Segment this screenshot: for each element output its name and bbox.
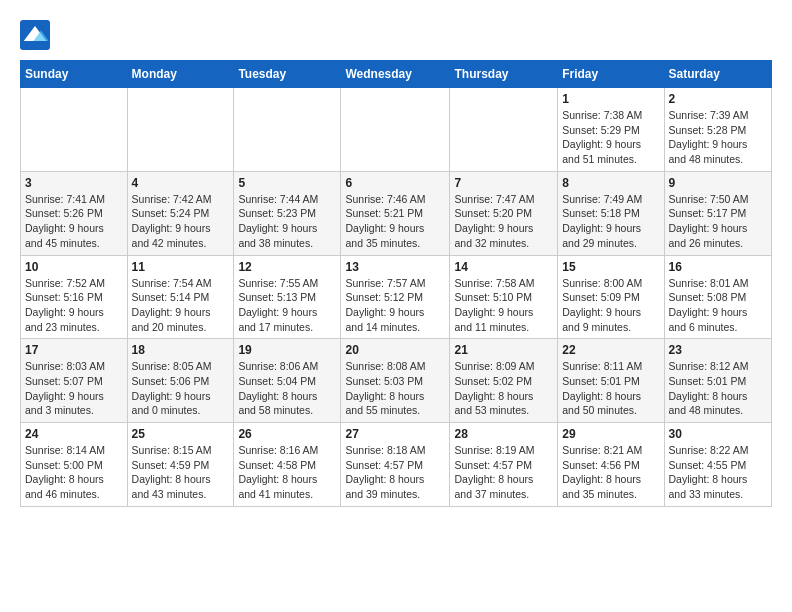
- calendar-cell: 14Sunrise: 7:58 AM Sunset: 5:10 PM Dayli…: [450, 255, 558, 339]
- calendar-cell: 2Sunrise: 7:39 AM Sunset: 5:28 PM Daylig…: [664, 88, 771, 172]
- day-number: 8: [562, 176, 659, 190]
- day-number: 23: [669, 343, 767, 357]
- day-info: Sunrise: 7:47 AM Sunset: 5:20 PM Dayligh…: [454, 192, 553, 251]
- calendar-cell: 10Sunrise: 7:52 AM Sunset: 5:16 PM Dayli…: [21, 255, 128, 339]
- calendar-cell: 7Sunrise: 7:47 AM Sunset: 5:20 PM Daylig…: [450, 171, 558, 255]
- calendar-cell: 5Sunrise: 7:44 AM Sunset: 5:23 PM Daylig…: [234, 171, 341, 255]
- day-info: Sunrise: 8:03 AM Sunset: 5:07 PM Dayligh…: [25, 359, 123, 418]
- day-info: Sunrise: 7:46 AM Sunset: 5:21 PM Dayligh…: [345, 192, 445, 251]
- day-info: Sunrise: 7:58 AM Sunset: 5:10 PM Dayligh…: [454, 276, 553, 335]
- column-header-friday: Friday: [558, 61, 664, 88]
- calendar-cell: 22Sunrise: 8:11 AM Sunset: 5:01 PM Dayli…: [558, 339, 664, 423]
- calendar-cell: 8Sunrise: 7:49 AM Sunset: 5:18 PM Daylig…: [558, 171, 664, 255]
- column-header-monday: Monday: [127, 61, 234, 88]
- calendar-table: SundayMondayTuesdayWednesdayThursdayFrid…: [20, 60, 772, 507]
- day-info: Sunrise: 8:00 AM Sunset: 5:09 PM Dayligh…: [562, 276, 659, 335]
- day-number: 26: [238, 427, 336, 441]
- day-info: Sunrise: 7:50 AM Sunset: 5:17 PM Dayligh…: [669, 192, 767, 251]
- day-number: 16: [669, 260, 767, 274]
- day-info: Sunrise: 8:08 AM Sunset: 5:03 PM Dayligh…: [345, 359, 445, 418]
- day-info: Sunrise: 8:09 AM Sunset: 5:02 PM Dayligh…: [454, 359, 553, 418]
- day-info: Sunrise: 8:16 AM Sunset: 4:58 PM Dayligh…: [238, 443, 336, 502]
- calendar-cell: 21Sunrise: 8:09 AM Sunset: 5:02 PM Dayli…: [450, 339, 558, 423]
- day-info: Sunrise: 8:18 AM Sunset: 4:57 PM Dayligh…: [345, 443, 445, 502]
- calendar-cell: 19Sunrise: 8:06 AM Sunset: 5:04 PM Dayli…: [234, 339, 341, 423]
- calendar-header-row: SundayMondayTuesdayWednesdayThursdayFrid…: [21, 61, 772, 88]
- page-header: [20, 20, 772, 50]
- logo: [20, 20, 54, 50]
- column-header-wednesday: Wednesday: [341, 61, 450, 88]
- calendar-cell: 18Sunrise: 8:05 AM Sunset: 5:06 PM Dayli…: [127, 339, 234, 423]
- calendar-cell: 23Sunrise: 8:12 AM Sunset: 5:01 PM Dayli…: [664, 339, 771, 423]
- calendar-cell: 4Sunrise: 7:42 AM Sunset: 5:24 PM Daylig…: [127, 171, 234, 255]
- day-info: Sunrise: 8:19 AM Sunset: 4:57 PM Dayligh…: [454, 443, 553, 502]
- calendar-cell: 6Sunrise: 7:46 AM Sunset: 5:21 PM Daylig…: [341, 171, 450, 255]
- day-number: 14: [454, 260, 553, 274]
- calendar-week-row: 1Sunrise: 7:38 AM Sunset: 5:29 PM Daylig…: [21, 88, 772, 172]
- calendar-cell: 24Sunrise: 8:14 AM Sunset: 5:00 PM Dayli…: [21, 423, 128, 507]
- calendar-week-row: 17Sunrise: 8:03 AM Sunset: 5:07 PM Dayli…: [21, 339, 772, 423]
- column-header-sunday: Sunday: [21, 61, 128, 88]
- day-info: Sunrise: 7:41 AM Sunset: 5:26 PM Dayligh…: [25, 192, 123, 251]
- day-number: 9: [669, 176, 767, 190]
- column-header-tuesday: Tuesday: [234, 61, 341, 88]
- day-number: 12: [238, 260, 336, 274]
- day-info: Sunrise: 7:42 AM Sunset: 5:24 PM Dayligh…: [132, 192, 230, 251]
- day-number: 2: [669, 92, 767, 106]
- calendar-cell: 30Sunrise: 8:22 AM Sunset: 4:55 PM Dayli…: [664, 423, 771, 507]
- calendar-week-row: 24Sunrise: 8:14 AM Sunset: 5:00 PM Dayli…: [21, 423, 772, 507]
- day-number: 4: [132, 176, 230, 190]
- day-info: Sunrise: 8:06 AM Sunset: 5:04 PM Dayligh…: [238, 359, 336, 418]
- day-number: 22: [562, 343, 659, 357]
- day-info: Sunrise: 7:54 AM Sunset: 5:14 PM Dayligh…: [132, 276, 230, 335]
- day-info: Sunrise: 8:22 AM Sunset: 4:55 PM Dayligh…: [669, 443, 767, 502]
- calendar-cell: 25Sunrise: 8:15 AM Sunset: 4:59 PM Dayli…: [127, 423, 234, 507]
- calendar-cell: [234, 88, 341, 172]
- calendar-cell: 17Sunrise: 8:03 AM Sunset: 5:07 PM Dayli…: [21, 339, 128, 423]
- day-info: Sunrise: 7:38 AM Sunset: 5:29 PM Dayligh…: [562, 108, 659, 167]
- calendar-cell: 28Sunrise: 8:19 AM Sunset: 4:57 PM Dayli…: [450, 423, 558, 507]
- calendar-cell: 3Sunrise: 7:41 AM Sunset: 5:26 PM Daylig…: [21, 171, 128, 255]
- calendar-cell: 13Sunrise: 7:57 AM Sunset: 5:12 PM Dayli…: [341, 255, 450, 339]
- day-info: Sunrise: 7:52 AM Sunset: 5:16 PM Dayligh…: [25, 276, 123, 335]
- day-info: Sunrise: 7:57 AM Sunset: 5:12 PM Dayligh…: [345, 276, 445, 335]
- day-info: Sunrise: 7:49 AM Sunset: 5:18 PM Dayligh…: [562, 192, 659, 251]
- day-number: 5: [238, 176, 336, 190]
- day-number: 15: [562, 260, 659, 274]
- day-info: Sunrise: 8:14 AM Sunset: 5:00 PM Dayligh…: [25, 443, 123, 502]
- day-number: 19: [238, 343, 336, 357]
- day-number: 21: [454, 343, 553, 357]
- day-number: 29: [562, 427, 659, 441]
- calendar-cell: 16Sunrise: 8:01 AM Sunset: 5:08 PM Dayli…: [664, 255, 771, 339]
- day-info: Sunrise: 7:39 AM Sunset: 5:28 PM Dayligh…: [669, 108, 767, 167]
- day-number: 28: [454, 427, 553, 441]
- day-number: 30: [669, 427, 767, 441]
- day-number: 11: [132, 260, 230, 274]
- day-number: 13: [345, 260, 445, 274]
- calendar-cell: 26Sunrise: 8:16 AM Sunset: 4:58 PM Dayli…: [234, 423, 341, 507]
- calendar-cell: [341, 88, 450, 172]
- calendar-cell: [127, 88, 234, 172]
- calendar-week-row: 10Sunrise: 7:52 AM Sunset: 5:16 PM Dayli…: [21, 255, 772, 339]
- calendar-cell: 27Sunrise: 8:18 AM Sunset: 4:57 PM Dayli…: [341, 423, 450, 507]
- calendar-cell: 20Sunrise: 8:08 AM Sunset: 5:03 PM Dayli…: [341, 339, 450, 423]
- day-info: Sunrise: 8:15 AM Sunset: 4:59 PM Dayligh…: [132, 443, 230, 502]
- calendar-cell: [450, 88, 558, 172]
- day-info: Sunrise: 8:05 AM Sunset: 5:06 PM Dayligh…: [132, 359, 230, 418]
- calendar-cell: 15Sunrise: 8:00 AM Sunset: 5:09 PM Dayli…: [558, 255, 664, 339]
- calendar-cell: 29Sunrise: 8:21 AM Sunset: 4:56 PM Dayli…: [558, 423, 664, 507]
- calendar-cell: [21, 88, 128, 172]
- calendar-cell: 9Sunrise: 7:50 AM Sunset: 5:17 PM Daylig…: [664, 171, 771, 255]
- day-number: 10: [25, 260, 123, 274]
- calendar-cell: 11Sunrise: 7:54 AM Sunset: 5:14 PM Dayli…: [127, 255, 234, 339]
- column-header-thursday: Thursday: [450, 61, 558, 88]
- column-header-saturday: Saturday: [664, 61, 771, 88]
- day-info: Sunrise: 8:21 AM Sunset: 4:56 PM Dayligh…: [562, 443, 659, 502]
- day-number: 20: [345, 343, 445, 357]
- day-info: Sunrise: 7:55 AM Sunset: 5:13 PM Dayligh…: [238, 276, 336, 335]
- day-number: 7: [454, 176, 553, 190]
- day-number: 1: [562, 92, 659, 106]
- day-number: 18: [132, 343, 230, 357]
- day-number: 24: [25, 427, 123, 441]
- calendar-week-row: 3Sunrise: 7:41 AM Sunset: 5:26 PM Daylig…: [21, 171, 772, 255]
